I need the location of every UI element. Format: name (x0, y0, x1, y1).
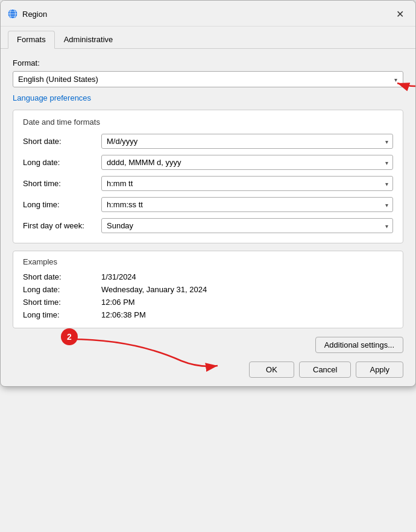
first-day-dropdown-wrapper: Sunday ▾ (101, 218, 393, 233)
tab-formats[interactable]: Formats (8, 31, 55, 49)
field-row-short-date: Short date: M/d/yyyy ▾ (23, 134, 393, 149)
first-day-select[interactable]: Sunday (101, 218, 393, 233)
apply-button[interactable]: Apply (356, 361, 403, 378)
long-date-label: Long date: (23, 158, 101, 167)
additional-settings-button[interactable]: Additional settings... (315, 337, 403, 353)
annotation-1-arrow (385, 53, 416, 101)
example-row-short-time: Short time: 12:06 PM (23, 298, 393, 307)
example-short-date-value: 1/31/2024 (101, 272, 136, 281)
example-short-time-label: Short time: (23, 298, 101, 307)
cancel-button[interactable]: Cancel (299, 361, 351, 378)
date-time-formats-section: Date and time formats Short date: M/d/yy… (13, 110, 403, 243)
tab-bar: Formats Administrative (1, 27, 415, 49)
format-dropdown-wrapper: English (United States) ▾ (13, 71, 403, 87)
short-date-select[interactable]: M/d/yyyy (101, 134, 393, 149)
field-row-long-time: Long time: h:mm:ss tt ▾ (23, 197, 393, 212)
format-dropdown-container: English (United States) ▾ 1 (13, 71, 403, 87)
short-time-select[interactable]: h:mm tt (101, 176, 393, 191)
long-date-dropdown-wrapper: dddd, MMMM d, yyyy ▾ (101, 155, 393, 170)
first-day-label: First day of week: (23, 221, 101, 230)
long-time-dropdown-wrapper: h:mm:ss tt ▾ (101, 197, 393, 212)
annotation-bubble-2: 2 (61, 328, 78, 345)
short-time-label: Short time: (23, 179, 101, 188)
example-row-short-date: Short date: 1/31/2024 (23, 272, 393, 281)
example-long-date-label: Long date: (23, 285, 101, 294)
examples-section: Examples Short date: 1/31/2024 Long date… (13, 251, 403, 328)
example-row-long-time: Long time: 12:06:38 PM (23, 310, 393, 319)
window-title: Region (22, 10, 47, 19)
region-dialog: Region ✕ Formats Administrative Format: … (0, 0, 416, 387)
long-time-select[interactable]: h:mm:ss tt (101, 197, 393, 212)
close-button[interactable]: ✕ (391, 5, 408, 22)
examples-title: Examples (23, 257, 393, 266)
short-time-dropdown-wrapper: h:mm tt ▾ (101, 176, 393, 191)
format-label: Format: (13, 58, 403, 67)
long-time-label: Long time: (23, 200, 101, 209)
format-select[interactable]: English (United States) (13, 71, 403, 87)
language-preferences-link[interactable]: Language preferences (13, 93, 91, 102)
dialog-content: Format: English (United States) ▾ (1, 49, 415, 386)
long-date-select[interactable]: dddd, MMMM d, yyyy (101, 155, 393, 170)
short-date-dropdown-wrapper: M/d/yyyy ▾ (101, 134, 393, 149)
short-date-label: Short date: (23, 137, 101, 146)
example-long-time-label: Long time: (23, 310, 101, 319)
example-long-date-value: Wednesday, January 31, 2024 (101, 285, 207, 294)
date-time-section-title: Date and time formats (23, 117, 393, 127)
field-row-short-time: Short time: h:mm tt ▾ (23, 176, 393, 191)
globe-icon (7, 8, 19, 20)
example-short-time-value: 12:06 PM (101, 298, 135, 307)
example-long-time-value: 12:06:38 PM (101, 310, 146, 319)
example-row-long-date: Long date: Wednesday, January 31, 2024 (23, 285, 393, 294)
ok-button[interactable]: OK (249, 361, 294, 378)
field-row-long-date: Long date: dddd, MMMM d, yyyy ▾ (23, 155, 393, 170)
tab-administrative[interactable]: Administrative (55, 31, 122, 49)
bottom-buttons-row: OK Cancel Apply (13, 359, 403, 378)
title-bar-left: Region (7, 8, 47, 20)
bottom-area: 2 Additional settings... OK Cancel Apply (13, 337, 403, 378)
title-bar: Region ✕ (1, 1, 415, 27)
example-short-date-label: Short date: (23, 272, 101, 281)
field-row-first-day: First day of week: Sunday ▾ (23, 218, 393, 233)
